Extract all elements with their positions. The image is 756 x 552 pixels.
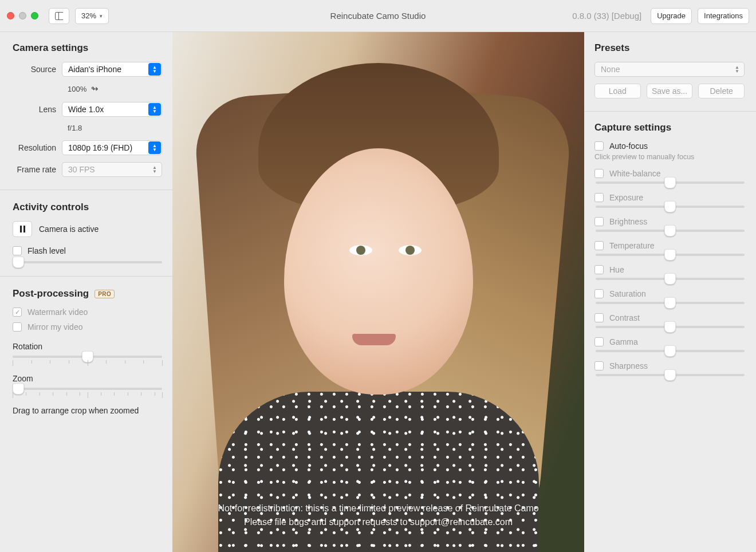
capture-slider-label: Exposure xyxy=(609,193,643,202)
preset-select[interactable]: None ▲▼ xyxy=(594,62,745,77)
capture-slider[interactable] xyxy=(596,230,745,232)
pause-camera-button[interactable] xyxy=(13,221,32,237)
zoom-level-value: 32% xyxy=(81,11,96,20)
capture-slider[interactable] xyxy=(596,206,745,208)
capture-settings-section: Capture settings Auto-focus Click previe… xyxy=(594,122,745,376)
pro-badge: PRO xyxy=(94,290,115,298)
rotation-ticks xyxy=(13,360,162,365)
capture-slider[interactable] xyxy=(596,302,745,304)
capture-slider-checkbox[interactable] xyxy=(594,337,604,346)
integrations-button[interactable]: Integrations xyxy=(698,8,749,24)
slider-thumb[interactable] xyxy=(664,273,676,285)
capture-settings-title: Capture settings xyxy=(594,122,745,133)
capture-slider[interactable] xyxy=(596,326,745,328)
zoom-label: Zoom xyxy=(13,374,162,383)
preview-watermark: Not for redistribution: this is a time-l… xyxy=(172,502,584,529)
capture-slider-checkbox[interactable] xyxy=(594,265,604,274)
capture-slider-label: Contrast xyxy=(609,313,640,322)
toggle-sidebar-button[interactable] xyxy=(49,8,69,24)
capture-slider[interactable] xyxy=(596,350,745,352)
activity-controls-section: Activity controls Camera is active Flash… xyxy=(13,202,162,263)
rotation-slider[interactable] xyxy=(13,356,162,358)
video-preview[interactable]: Not for redistribution: this is a time-l… xyxy=(172,32,584,552)
camera-settings-section: Camera settings Source Aidan's iPhone ▲▼… xyxy=(13,42,162,177)
chevron-down-icon: ▾ xyxy=(100,13,103,19)
capture-slider-label: Saturation xyxy=(609,289,646,298)
watermark-label: Watermark video xyxy=(27,307,88,317)
slider-thumb[interactable] xyxy=(664,321,676,333)
close-window-button[interactable] xyxy=(7,12,14,19)
source-label: Source xyxy=(13,65,62,74)
source-select[interactable]: Aidan's iPhone ▲▼ xyxy=(62,62,162,77)
zoom-ticks xyxy=(13,392,162,397)
camera-status-text: Camera is active xyxy=(39,224,99,234)
framerate-label: Frame rate xyxy=(13,165,62,174)
lens-subinfo: f/1.8 xyxy=(13,121,162,140)
lens-label: Lens xyxy=(13,105,62,114)
minimize-window-button[interactable] xyxy=(19,12,26,19)
lens-select[interactable]: Wide 1.0x ▲▼ xyxy=(62,102,162,117)
divider xyxy=(0,276,172,277)
flash-level-slider[interactable] xyxy=(13,261,162,263)
pause-icon xyxy=(20,226,25,232)
capture-slider[interactable] xyxy=(596,254,745,256)
left-panel: Camera settings Source Aidan's iPhone ▲▼… xyxy=(0,32,172,552)
select-arrows-icon: ▲▼ xyxy=(148,163,161,176)
version-text: 0.8.0 (33) [Debug] xyxy=(572,11,641,21)
mirror-label: Mirror my video xyxy=(27,322,82,332)
post-processing-title: Post-processing xyxy=(13,288,89,299)
post-processing-section: Post-processing PRO ✓ Watermark video Mi… xyxy=(13,288,162,415)
flash-level-checkbox[interactable] xyxy=(13,246,22,255)
select-arrows-icon: ▲▼ xyxy=(148,141,161,154)
capture-slider[interactable] xyxy=(596,182,745,184)
usb-icon: ↬ xyxy=(91,84,99,94)
capture-slider-checkbox[interactable] xyxy=(594,313,604,322)
activity-controls-title: Activity controls xyxy=(13,202,162,213)
load-preset-button[interactable]: Load xyxy=(594,84,641,98)
divider xyxy=(0,190,172,190)
select-arrows-icon: ▲▼ xyxy=(731,63,743,76)
source-subinfo: 100% ↬ xyxy=(13,81,162,102)
slider-thumb[interactable] xyxy=(13,257,24,268)
autofocus-label: Auto-focus xyxy=(609,141,648,151)
capture-slider-checkbox[interactable] xyxy=(594,361,604,370)
zoom-level-select[interactable]: 32% ▾ xyxy=(75,8,109,24)
resolution-select[interactable]: 1080p 16:9 (FHD) ▲▼ xyxy=(62,140,162,155)
framerate-select[interactable]: 30 FPS ▲▼ xyxy=(62,162,162,177)
select-arrows-icon: ▲▼ xyxy=(148,63,161,76)
upgrade-button[interactable]: Upgrade xyxy=(651,8,692,24)
capture-slider-checkbox[interactable] xyxy=(594,289,604,298)
presets-title: Presets xyxy=(594,42,745,54)
capture-slider-checkbox[interactable] xyxy=(594,217,604,226)
select-arrows-icon: ▲▼ xyxy=(148,103,161,116)
autofocus-checkbox[interactable] xyxy=(594,141,604,151)
slider-thumb[interactable] xyxy=(664,177,676,188)
right-panel: Presets None ▲▼ Load Save as... Delete C… xyxy=(584,32,756,552)
capture-slider[interactable] xyxy=(596,278,745,280)
watermark-checkbox[interactable]: ✓ xyxy=(13,307,22,317)
mirror-checkbox[interactable] xyxy=(13,322,22,332)
window-controls xyxy=(7,12,38,19)
slider-thumb[interactable] xyxy=(664,225,676,236)
slider-thumb[interactable] xyxy=(664,369,676,381)
zoom-window-button[interactable] xyxy=(31,12,38,19)
slider-thumb[interactable] xyxy=(664,249,676,261)
capture-slider-checkbox[interactable] xyxy=(594,169,604,178)
zoom-slider[interactable] xyxy=(13,388,162,390)
sidebar-icon xyxy=(55,12,63,20)
zoom-hint-text: Drag to arrange crop when zoomed xyxy=(13,406,162,415)
capture-slider[interactable] xyxy=(596,374,745,376)
slider-thumb[interactable] xyxy=(664,201,676,212)
capture-slider-label: Brightness xyxy=(609,217,647,226)
presets-section: Presets None ▲▼ Load Save as... Delete xyxy=(594,42,745,98)
focus-hint-text: Click preview to manually focus xyxy=(594,153,745,161)
flash-level-label: Flash level xyxy=(27,246,66,255)
resolution-label: Resolution xyxy=(13,143,62,152)
slider-thumb[interactable] xyxy=(664,345,676,357)
svg-rect-0 xyxy=(56,12,64,19)
slider-thumb[interactable] xyxy=(664,297,676,309)
saveas-preset-button[interactable]: Save as... xyxy=(647,84,693,98)
capture-slider-checkbox[interactable] xyxy=(594,193,604,202)
delete-preset-button[interactable]: Delete xyxy=(698,84,745,98)
capture-slider-checkbox[interactable] xyxy=(594,241,604,250)
